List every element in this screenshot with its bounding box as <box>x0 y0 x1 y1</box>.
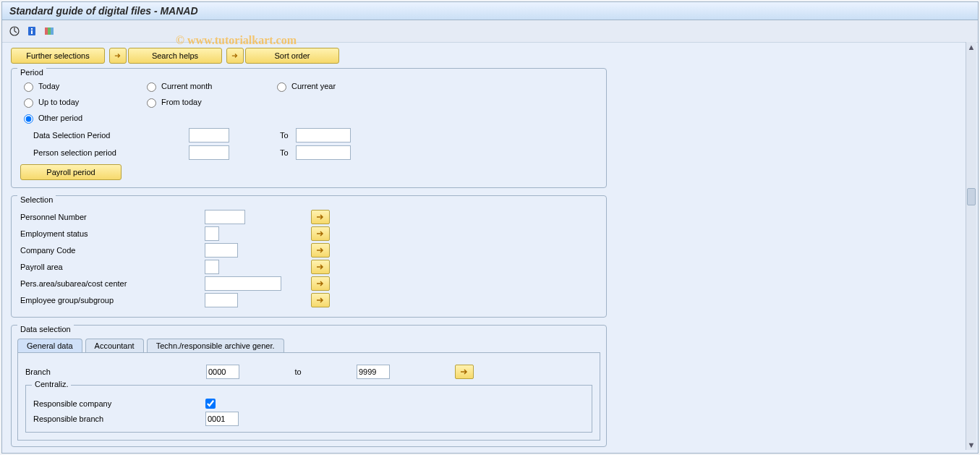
vertical-scrollbar[interactable]: ▲ ▼ <box>966 42 976 450</box>
company-multisel-icon[interactable] <box>311 243 330 258</box>
radio-from-today[interactable]: From today <box>143 96 273 108</box>
empstat-input[interactable] <box>205 226 219 241</box>
tab-general-data[interactable]: General data <box>17 339 82 352</box>
resp-company-checkbox[interactable] <box>205 399 216 409</box>
branch-multisel-icon[interactable] <box>455 365 474 379</box>
data-selection-period-label: Data Selection Period <box>33 131 189 140</box>
company-label: Company Code <box>20 246 205 255</box>
scroll-track[interactable] <box>966 52 976 440</box>
resp-company-label: Responsible company <box>33 399 205 408</box>
pernr-input[interactable] <box>205 210 245 224</box>
data-selection-to[interactable] <box>296 128 351 143</box>
svg-rect-5 <box>48 27 51 35</box>
data-selection-legend: Data selection <box>17 325 74 333</box>
emp-group-label: Employee group/subgroup <box>20 296 205 305</box>
person-selection-to[interactable] <box>296 145 351 160</box>
svg-rect-6 <box>51 27 54 35</box>
top-button-row: Further selections Search helps Sort ord… <box>5 42 965 68</box>
svg-rect-4 <box>45 27 48 35</box>
radio-today-label: Today <box>38 82 59 90</box>
pers-area-multisel-icon[interactable] <box>311 276 330 291</box>
sort-order-button[interactable]: Sort order <box>245 48 339 64</box>
person-selection-period-label: Person selection period <box>33 148 189 157</box>
data-selection-from[interactable] <box>189 128 229 143</box>
resp-branch-label: Responsible branch <box>33 414 205 423</box>
radio-current-month[interactable]: Current month <box>143 80 273 92</box>
radio-from-today-label: From today <box>161 98 202 106</box>
scroll-grip[interactable] <box>967 188 976 205</box>
person-selection-to-label: To <box>280 148 289 157</box>
data-selection-panel: Data selection General data Accountant T… <box>11 325 607 447</box>
branch-from-input[interactable] <box>206 365 239 379</box>
execute-icon[interactable] <box>8 25 21 38</box>
payroll-area-label: Payroll area <box>20 263 205 271</box>
radio-other-period-label: Other period <box>38 114 82 122</box>
scroll-up-icon[interactable]: ▲ <box>966 42 976 52</box>
branch-label: Branch <box>25 367 206 376</box>
resp-branch-input[interactable] <box>205 412 239 426</box>
pernr-label: Personnel Number <box>20 213 205 221</box>
person-selection-from[interactable] <box>189 145 229 160</box>
radio-current-month-label: Current month <box>161 82 212 90</box>
tab-accountant[interactable]: Accountant <box>85 339 144 352</box>
tab-strip: General data Accountant Techn./responsib… <box>17 339 600 353</box>
tab-techn-responsible[interactable]: Techn./responsible archive gener. <box>147 339 284 352</box>
centraliz-group: Centraliz. Responsible company Responsib… <box>25 385 592 433</box>
selection-legend: Selection <box>17 195 56 204</box>
data-selection-to-label: To <box>280 131 289 140</box>
sort-order-arrow-icon[interactable] <box>226 48 244 64</box>
company-input[interactable] <box>205 243 238 258</box>
emp-group-input[interactable] <box>205 293 238 307</box>
radio-other-period[interactable]: Other period <box>20 112 143 124</box>
pernr-multisel-icon[interactable] <box>311 210 330 224</box>
payroll-area-multisel-icon[interactable] <box>311 260 330 274</box>
radio-current-year[interactable]: Current year <box>273 80 404 92</box>
payroll-area-input[interactable] <box>205 260 219 274</box>
empstat-label: Employment status <box>20 229 205 238</box>
branch-to-label: to <box>265 367 331 376</box>
page-title: Standard guide of digital files - MANAD <box>2 2 978 20</box>
search-helps-arrow-icon[interactable] <box>109 48 127 64</box>
period-legend: Period <box>17 68 46 77</box>
radio-up-to-today[interactable]: Up to today <box>20 96 143 108</box>
layout-icon[interactable] <box>43 25 56 38</box>
pers-area-input[interactable] <box>205 276 281 291</box>
period-panel: Period Today Current month Current year … <box>11 68 607 188</box>
scroll-down-icon[interactable]: ▼ <box>966 440 976 450</box>
pers-area-label: Pers.area/subarea/cost center <box>20 279 205 288</box>
branch-to-input[interactable] <box>357 365 390 379</box>
radio-up-to-today-label: Up to today <box>38 98 79 106</box>
app-toolbar <box>2 20 978 43</box>
search-helps-button[interactable]: Search helps <box>128 48 222 64</box>
radio-current-year-label: Current year <box>291 82 336 90</box>
payroll-period-button[interactable]: Payroll period <box>20 164 122 180</box>
further-selections-button[interactable]: Further selections <box>11 48 105 64</box>
svg-rect-2 <box>31 28 33 30</box>
empstat-multisel-icon[interactable] <box>311 226 330 241</box>
centraliz-legend: Centraliz. <box>32 380 71 388</box>
tab-content-general: Branch to Centraliz. Responsible company… <box>17 353 600 441</box>
radio-today[interactable]: Today <box>20 80 143 92</box>
content-area: Further selections Search helps Sort ord… <box>5 42 965 450</box>
selection-panel: Selection Personnel Number Employment st… <box>11 195 607 318</box>
info-icon[interactable] <box>25 25 38 38</box>
svg-rect-3 <box>31 30 33 34</box>
emp-group-multisel-icon[interactable] <box>311 293 330 307</box>
